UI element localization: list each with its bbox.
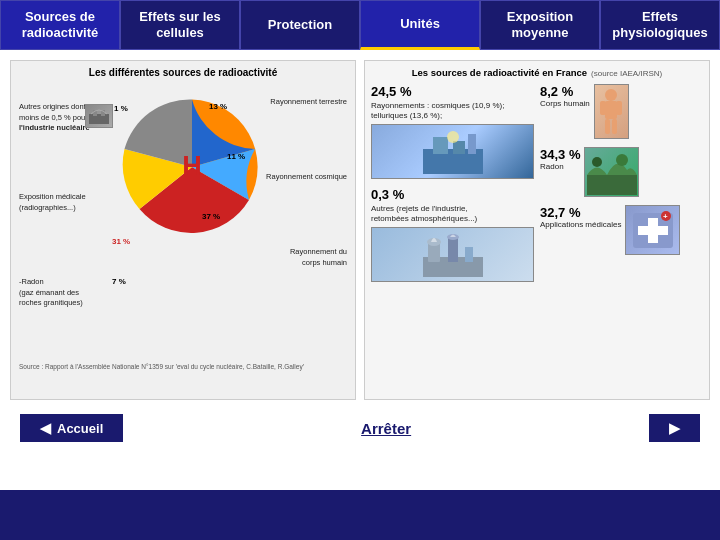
stat-radon: 34,3 % Radon bbox=[540, 147, 703, 197]
pct-cosmic: 24,5 % bbox=[371, 84, 534, 99]
right-diagram-source: (source IAEA/IRSN) bbox=[591, 69, 662, 78]
pct-terrestre: 13 % bbox=[209, 102, 227, 111]
label-medical: Applications médicales bbox=[540, 220, 621, 230]
left-diagram-inner: Autres origines dontmoins de 0,5 % pourl… bbox=[17, 82, 349, 372]
svg-text:H: H bbox=[182, 151, 202, 181]
radon-image bbox=[584, 147, 639, 197]
nav-item-unites[interactable]: Unités bbox=[360, 0, 480, 50]
cosmic-image bbox=[371, 124, 534, 179]
source-note-left: Source : Rapport à l'Assemblée Nationale… bbox=[19, 363, 347, 370]
right-diagram-title: Les sources de radioactivité en France bbox=[412, 67, 587, 78]
pct-industry: 0,3 % bbox=[371, 187, 534, 202]
label-industry: Autres (rejets de l'industrie,retombées … bbox=[371, 204, 534, 225]
left-label-exposition: Exposition médicale(radiographies...) bbox=[19, 192, 86, 213]
svg-rect-18 bbox=[616, 101, 622, 115]
svg-rect-16 bbox=[605, 101, 617, 119]
nuclear-icon bbox=[85, 104, 113, 128]
svg-rect-26 bbox=[638, 226, 668, 235]
prev-arrow-icon bbox=[40, 420, 51, 436]
pct-medical: 31 % bbox=[112, 237, 130, 246]
right-diagram: Les sources de radioactivité en France (… bbox=[364, 60, 710, 400]
nav-item-effets-physio[interactable]: Effets physiologiques bbox=[600, 0, 720, 50]
svg-point-15 bbox=[605, 89, 617, 101]
right-label-terrestre: Rayonnement terrestre bbox=[270, 97, 347, 108]
right-label-corps: Rayonnement ducorps humain bbox=[290, 247, 347, 268]
svg-rect-5 bbox=[433, 137, 448, 154]
left-diagram: Les différentes sources de radioactivité… bbox=[10, 60, 356, 400]
stat-medical: 32,7 % Applications médicales + bbox=[540, 205, 703, 255]
svg-rect-14 bbox=[465, 247, 473, 262]
svg-rect-7 bbox=[468, 134, 476, 154]
pct-radon: 34,3 % bbox=[540, 147, 580, 162]
industry-image bbox=[371, 227, 534, 282]
label-radon: Radon bbox=[540, 162, 580, 172]
svg-rect-12 bbox=[448, 237, 458, 262]
pct-autres: 1 % bbox=[114, 104, 128, 113]
human-image bbox=[594, 84, 629, 139]
svg-point-23 bbox=[616, 154, 628, 166]
nav-item-sources[interactable]: Sources de radioactivité bbox=[0, 0, 120, 50]
nav-item-effets-cellules[interactable]: Effets sur les cellules bbox=[120, 0, 240, 50]
stat-industry: 0,3 % Autres (rejets de l'industrie,reto… bbox=[371, 187, 534, 282]
left-label-radon: -Radon(gaz émanant desroches granitiques… bbox=[19, 277, 83, 309]
svg-rect-19 bbox=[605, 119, 610, 134]
left-label-autres: Autres origines dontmoins de 0,5 % pourl… bbox=[19, 102, 90, 134]
nav-item-exposition[interactable]: Exposition moyenne bbox=[480, 0, 600, 50]
main-content: Les différentes sources de radioactivité… bbox=[0, 50, 720, 490]
svg-rect-21 bbox=[587, 175, 637, 195]
svg-text:+: + bbox=[663, 212, 668, 221]
nav-item-protection[interactable]: Protection bbox=[240, 0, 360, 50]
right-right-col: 8,2 % Corps humain bbox=[540, 84, 703, 354]
svg-rect-20 bbox=[612, 119, 617, 134]
right-label-cosmique: Rayonnement cosmique bbox=[266, 172, 347, 183]
pct-medical-right: 32,7 % bbox=[540, 205, 621, 220]
arreter-link[interactable]: Arrêter bbox=[361, 420, 411, 437]
navigation-bar: Sources de radioactivité Effets sur les … bbox=[0, 0, 720, 50]
label-cosmic: Rayonnements : cosmiques (10,9 %);tellur… bbox=[371, 101, 534, 122]
stat-cosmic: 24,5 % Rayonnements : cosmiques (10,9 %)… bbox=[371, 84, 534, 179]
svg-rect-17 bbox=[600, 101, 606, 115]
left-diagram-title: Les différentes sources de radioactivité bbox=[17, 67, 349, 78]
right-left-col: 24,5 % Rayonnements : cosmiques (10,9 %)… bbox=[371, 84, 534, 354]
pct-cosmique: 11 % bbox=[227, 152, 245, 161]
next-button[interactable] bbox=[649, 414, 700, 442]
accueil-label: Accueil bbox=[57, 421, 103, 436]
svg-point-8 bbox=[447, 131, 459, 143]
pct-corps: 37 % bbox=[202, 212, 220, 221]
stat-human: 8,2 % Corps humain bbox=[540, 84, 703, 139]
pct-human: 8,2 % bbox=[540, 84, 590, 99]
pct-radon-left: 7 % bbox=[112, 277, 126, 286]
diagram-container: Les différentes sources de radioactivité… bbox=[10, 60, 710, 400]
medical-image: + bbox=[625, 205, 680, 255]
prev-button[interactable]: Accueil bbox=[20, 414, 123, 442]
svg-point-22 bbox=[592, 157, 602, 167]
pie-chart: H bbox=[117, 92, 267, 242]
next-arrow-icon bbox=[669, 420, 680, 436]
label-human: Corps humain bbox=[540, 99, 590, 109]
svg-rect-6 bbox=[453, 141, 465, 154]
svg-rect-1 bbox=[89, 114, 109, 124]
bottom-navigation: Accueil Arrêter bbox=[10, 414, 710, 442]
